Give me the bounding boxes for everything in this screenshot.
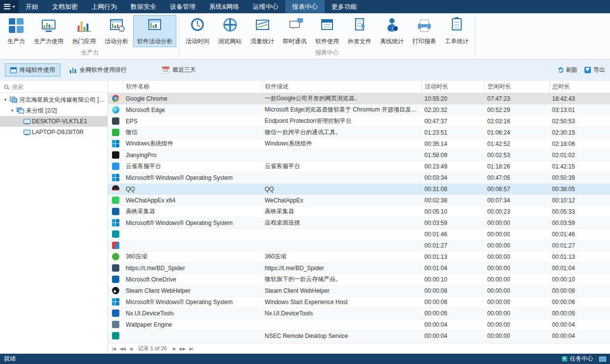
software-name-cell: https://t.me/BD_Spider xyxy=(123,262,262,274)
menu-bar: 开始 文档加密 上网行为 数据安全 设备管理 系统&网络 运维中心 报表中心 更… xyxy=(0,0,610,13)
menu-item[interactable]: 文档加密 xyxy=(45,0,84,13)
column-header-name[interactable]: 软件名称 xyxy=(123,81,262,93)
active-duration-cell: 00:01:46 xyxy=(421,228,484,240)
idle-duration-cell: 00:06:57 xyxy=(484,183,549,195)
zip360-icon xyxy=(112,253,119,260)
table-row[interactable]: JianyingPro 01:58:09 00:02:53 02:01:02 xyxy=(108,149,610,161)
date-range-button[interactable]: 23 最近三天 xyxy=(157,63,201,77)
ribbon-button[interactable]: 软件活动分析 xyxy=(133,15,176,47)
menu-item-label: 设备管理 xyxy=(170,2,195,11)
idle-duration-cell: 02:03:16 xyxy=(484,115,549,127)
software-desc-cell: 360压缩 xyxy=(262,251,421,262)
table-row[interactable]: 微信 微信一款跨平台的通讯工具。 01:23:51 01:06:24 02:30… xyxy=(108,127,610,138)
ribbon-print-icon xyxy=(418,24,431,29)
ribbon-button[interactable]: 打印报表 xyxy=(409,15,440,47)
windows-icon xyxy=(112,140,119,147)
table-row[interactable]: 云雀客服平台 云雀客服平台 00:23:49 01:18:26 01:42:15 xyxy=(108,161,610,172)
export-button[interactable]: 导出 xyxy=(584,66,605,74)
menu-item[interactable]: 报表中心 xyxy=(285,0,325,13)
software-desc-cell xyxy=(262,228,421,240)
tree-item-label: 河北瀚星辰文化传媒有限公司 [2/2] xyxy=(19,96,108,104)
column-header-active[interactable]: 活动时长 xyxy=(421,81,484,93)
column-header-total[interactable]: 总时长 xyxy=(549,81,610,93)
active-duration-cell: 00:00:04 xyxy=(421,319,484,330)
ribbon-button[interactable]: 生产力 xyxy=(3,15,29,47)
group-icon xyxy=(17,108,24,113)
qq-icon xyxy=(112,185,119,193)
table-row[interactable]: NSEC Remote Desktop Service 00:00:04 00:… xyxy=(108,330,610,341)
tree-item[interactable]: DESKTOP-VLKTLE1 xyxy=(0,116,108,127)
column-header-idle[interactable]: 空闲时长 xyxy=(484,81,549,93)
ribbon-button[interactable]: 离线统计 xyxy=(376,15,408,47)
tree-item[interactable]: ▾ 河北瀚星辰文化传媒有限公司 [2/2] xyxy=(0,94,108,105)
table-row[interactable]: Windows系统组件 Windows系统组件 00:35:14 01:42:5… xyxy=(108,138,610,149)
table-row[interactable]: Microsoft® Windows® Operating System 远程桌… xyxy=(108,217,610,228)
task-center-button[interactable]: 任务中心 xyxy=(562,355,593,363)
table-row[interactable]: https://t.me/BD_Spider https://t.me/BD_S… xyxy=(108,262,610,274)
tab-terminal-icon xyxy=(10,67,17,73)
ribbon-traffic-stats-icon xyxy=(256,20,269,30)
tree-item[interactable]: ▾ 未分组 [2/2] xyxy=(0,105,108,116)
software-name-cell xyxy=(123,228,262,240)
menu-item-label: 更多功能 xyxy=(332,2,357,11)
search-input[interactable] xyxy=(12,84,104,90)
table-row[interactable]: Wallpaper Engine 00:00:04 00:00:00 00:00… xyxy=(108,319,610,330)
ribbon-button-label: 浏览网站 xyxy=(218,37,242,46)
jianying-icon xyxy=(112,151,119,159)
table-row[interactable]: 00:01:27 00:00:00 00:01:27 xyxy=(108,240,610,251)
total-duration-cell: 00:00:08 xyxy=(549,285,610,296)
view-tab[interactable]: 全网软件使用排行 xyxy=(64,63,132,77)
ribbon-button[interactable]: 即时通讯 xyxy=(279,15,310,47)
table-row[interactable]: QQ QQ 00:31:08 00:06:57 00:38:05 xyxy=(108,183,610,195)
table-row[interactable]: Microsoft Edge Microsoft Edge浏览器是微软基于 Ch… xyxy=(108,104,610,115)
last-page-button[interactable]: ▶| xyxy=(190,346,193,351)
menu-item[interactable]: 设备管理 xyxy=(163,0,202,13)
first-page-button[interactable]: |◀ xyxy=(112,346,115,351)
prev-page-button[interactable]: ◀ xyxy=(129,346,132,351)
view-tab[interactable]: 终端软件使用 xyxy=(5,63,60,77)
ribbon-button[interactable]: 流量统计 xyxy=(247,15,278,47)
table-row[interactable]: Microsoft OneDrive 微软旗下的一款云存储产品。 00:00:1… xyxy=(108,274,610,285)
message-icon[interactable] xyxy=(599,357,606,362)
menu-item[interactable]: 更多功能 xyxy=(325,0,364,13)
total-duration-cell: 02:18:06 xyxy=(549,138,610,149)
menu-item[interactable]: 系统&网络 xyxy=(202,0,246,13)
table-row[interactable]: 00:01:46 00:00:00 00:01:46 xyxy=(108,228,610,240)
software-name-cell: Windows系统组件 xyxy=(123,138,262,149)
ribbon-button[interactable]: 工单统计 xyxy=(441,15,472,47)
table-row[interactable]: Microsoft® Windows® Operating System 00:… xyxy=(108,172,610,183)
spider-icon xyxy=(112,264,119,272)
table-row[interactable]: Nx.UI.DeviceTools Nx.UI.DeviceTools 00:0… xyxy=(108,308,610,319)
menu-item[interactable]: 上网行为 xyxy=(84,0,124,13)
menu-item[interactable]: 运维中心 xyxy=(246,0,285,13)
idle-duration-cell: 00:47:05 xyxy=(484,172,549,183)
app-menu-button[interactable] xyxy=(0,0,19,13)
ribbon-button[interactable]: 活动时间 xyxy=(182,15,213,47)
ribbon-button[interactable]: 活动分析 xyxy=(101,15,132,47)
table-row[interactable]: 高铁采集器 高铁采集器 00:05:10 00:00:23 00:05:33 xyxy=(108,206,610,217)
menu-item[interactable]: 开始 xyxy=(19,0,45,13)
next-page-button[interactable]: ▶ xyxy=(173,346,176,351)
column-header-desc[interactable]: 软件描述 xyxy=(262,81,421,93)
table-row[interactable]: 360压缩 360压缩 00:01:13 00:00:00 00:01:13 xyxy=(108,251,610,262)
fast-next-button[interactable]: ▶▶ xyxy=(180,346,186,351)
software-name-cell: WeChatAppEx x64 xyxy=(123,195,262,206)
total-duration-cell: 00:03:59 xyxy=(549,217,610,228)
column-header-icon[interactable] xyxy=(108,81,123,93)
table-row[interactable]: Google Chrome 一款Google公司开发的网页浏览器。 10:55:… xyxy=(108,93,610,104)
refresh-button[interactable]: 刷新 xyxy=(558,66,578,74)
table-row[interactable]: WeChatAppEx x64 WeChatAppEx 00:02:38 00:… xyxy=(108,195,610,206)
ribbon-button[interactable]: 外发文件 xyxy=(344,15,375,47)
ribbon-button[interactable]: 浏览网站 xyxy=(214,15,246,47)
ribbon-button[interactable]: 生产力使用 xyxy=(30,15,67,47)
wechatappex-icon xyxy=(112,196,119,204)
table-row[interactable]: EPS Endpoint Protection管理控制平台 00:47:37 0… xyxy=(108,115,610,127)
fast-prev-button[interactable]: ◀◀ xyxy=(119,346,125,351)
tree-item[interactable]: LAPTOP-D9J3IT0R xyxy=(0,127,108,138)
ribbon-group-label: 报表中心 xyxy=(180,48,474,59)
menu-item[interactable]: 数据安全 xyxy=(124,0,163,13)
table-row[interactable]: Steam Client WebHelper Steam Client WebH… xyxy=(108,285,610,296)
table-row[interactable]: Microsoft® Windows® Operating System Win… xyxy=(108,296,610,308)
ribbon-button[interactable]: 热门应用 xyxy=(68,15,100,47)
ribbon-button[interactable]: 软件使用 xyxy=(311,15,343,47)
